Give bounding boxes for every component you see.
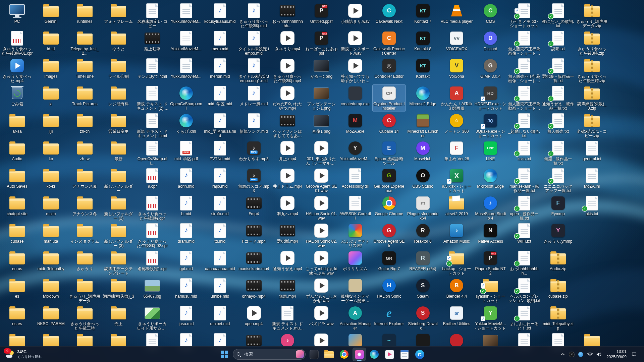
- desktop-icon[interactable]: KTKontakt 8: [407, 29, 439, 52]
- desktop-icon[interactable]: cubase.zip: [542, 277, 575, 299]
- desktop-icon[interactable]: ヘッドフォンはずしててもあがった.mp4: [271, 112, 304, 139]
- desktop-icon[interactable]: ✓無人販売不正行為画像 - ショートカッ...: [508, 29, 541, 57]
- desktop-icon[interactable]: 孤独なインディーゲーム開発者の一生...: [339, 277, 372, 304]
- desktop-icon[interactable]: 名称未設定1.cpr: [136, 249, 169, 272]
- taskbar-pink-voice-app-button[interactable]: [353, 348, 366, 361]
- desktop-icon[interactable]: OpenCvSharp.xml: [170, 84, 203, 112]
- desktop-icon[interactable]: airset2-2019: [440, 194, 473, 217]
- desktop-icon[interactable]: CCubase 14: [373, 112, 406, 134]
- desktop-icon[interactable]: Microsoft Edge: [474, 167, 507, 189]
- desktop-icon[interactable]: RReaktor 6: [407, 222, 439, 244]
- desktop-icon[interactable]: jijii: [35, 112, 67, 134]
- desktop-icon[interactable]: ♪新規ソング.mid: [237, 112, 270, 134]
- notification-center-button[interactable]: [631, 349, 637, 359]
- desktop-icon[interactable]: レジ袋有料: [102, 84, 135, 107]
- desktop-icon[interactable]: きゅうり食べった午後三時: [68, 304, 101, 331]
- desktop-icon[interactable]: YukkuriMovieM...: [170, 29, 203, 52]
- desktop-icon[interactable]: ずんだもん_しおかぜ.wav: [305, 277, 338, 304]
- desktop-icon[interactable]: きゅうり食べった午後3時.cpr: [136, 194, 169, 222]
- desktop-icon[interactable]: Mixdown: [35, 277, 67, 299]
- desktop-icon[interactable]: PNT2おーばーまにあ.ppsf: [305, 29, 338, 57]
- desktop-icon[interactable]: Y↗YukkuriMovieM... - ショートカット: [474, 304, 507, 331]
- desktop-icon[interactable]: きゅうり食べった.mp4: [1, 57, 34, 84]
- desktop-icon[interactable]: RREAPER (x64): [407, 249, 439, 272]
- desktop-icon[interactable]: ✓open - 親作品一覧.txt: [508, 194, 541, 222]
- taskbar-clock[interactable]: 13:01 2025/09/09: [605, 348, 628, 360]
- desktop-icon[interactable]: LINELINE: [474, 139, 507, 162]
- desktop-icon[interactable]: ♪gpt.mid: [170, 249, 203, 272]
- desktop-icon[interactable]: GRGuitar Rig 7: [373, 249, 406, 272]
- desktop-icon[interactable]: 名称未設定1 - コピー: [136, 2, 169, 29]
- desktop-icon[interactable]: ♪mero.mid: [204, 29, 236, 52]
- desktop-icon[interactable]: ✓通知うぜえ - 親作品一覧.txt: [542, 84, 575, 112]
- desktop-icon[interactable]: おっhhhhhhhhhhhh...: [271, 2, 304, 29]
- desktop-icon[interactable]: PNT2Untitled.ppsf: [305, 2, 338, 24]
- desktop-icon[interactable]: createdump.exe: [339, 84, 372, 107]
- desktop-icon[interactable]: きゅうりボーカロイド用サムネ.jpg: [136, 304, 169, 331]
- desktop-icon[interactable]: きゅうり.mp4: [271, 29, 304, 52]
- tray-app-blue[interactable]: [578, 349, 584, 359]
- desktop-icon[interactable]: es-es: [1, 304, 34, 327]
- desktop-icon[interactable]: ♪uaaaaaaaaa.mid: [204, 249, 236, 272]
- desktop-icon[interactable]: MMuseHub: [407, 139, 439, 162]
- desktop-icon[interactable]: SSteam: [407, 277, 439, 299]
- desktop-icon[interactable]: chatgpt-site: [1, 194, 34, 217]
- volume-indicator[interactable]: [596, 349, 602, 359]
- desktop-icon[interactable]: ✓無人販売不正行為画像 - ショートカット: [508, 57, 541, 84]
- desktop-icon[interactable]: midi_Telepathy: [35, 249, 67, 272]
- desktop-icon[interactable]: ♪umibet.mid: [204, 304, 236, 327]
- weather-widget[interactable]: 9 34°C くもり時々晴れ: [3, 347, 45, 362]
- desktop-icon[interactable]: 新規 テキスト ドキュメント.musicxml: [271, 304, 304, 331]
- desktop-icon[interactable]: ✓おっhhhhhhhhhh...: [508, 249, 541, 277]
- desktop-icon[interactable]: X↗9.5.xlsx - ショートカット: [440, 167, 473, 194]
- desktop-icon[interactable]: zh-cn: [68, 112, 101, 134]
- desktop-icon[interactable]: テンポあて.html: [136, 57, 169, 79]
- desktop-icon[interactable]: Fコード.mp4: [237, 222, 270, 244]
- desktop-icon[interactable]: 調声用データテンプレート: [102, 249, 135, 277]
- desktop-icon[interactable]: PDFmid_学区.pdf: [170, 139, 203, 162]
- desktop-icon[interactable]: NNative Access: [474, 222, 507, 244]
- desktop-icon[interactable]: malib: [35, 194, 67, 217]
- desktop-icon[interactable]: 新しいフォルダー: [102, 167, 135, 194]
- desktop[interactable]: PCきゅうり食べった午後3時-01.cprきゅうり食べった.mp4ごみ箱ar-s…: [0, 0, 644, 362]
- desktop-icon[interactable]: 路上駐車: [136, 29, 169, 52]
- desktop-icon[interactable]: brBrother Utilities: [440, 304, 473, 327]
- network-indicator[interactable]: [587, 349, 593, 359]
- desktop-icon[interactable]: MMoZA.exe: [339, 112, 372, 134]
- desktop-icon[interactable]: きゅうり: [68, 249, 101, 272]
- desktop-icon[interactable]: Audio.zip: [542, 249, 575, 272]
- desktop-icon[interactable]: CCakewalk Next: [373, 2, 406, 24]
- desktop-icon[interactable]: 営業日変更: [102, 112, 135, 134]
- desktop-icon[interactable]: GGIMP 3.0.4: [474, 57, 507, 79]
- desktop-icon[interactable]: ♪PVTNd.mid: [204, 139, 236, 162]
- taskbar-notepad-button[interactable]: [398, 348, 411, 361]
- desktop-icon[interactable]: 001_東北きりたん（ノーマル）_今じゃ...: [305, 139, 338, 167]
- desktop-icon[interactable]: きゅうり食べった午後3時-02.cpr: [136, 222, 169, 249]
- desktop-icon[interactable]: インスタグラム: [68, 222, 101, 244]
- desktop-icon[interactable]: きゅうり食べった午後3時-01.cpr: [1, 29, 34, 57]
- desktop-icon[interactable]: midi_Telepathy.zip: [542, 304, 575, 331]
- desktop-icon[interactable]: NKSC_PARAM: [35, 304, 67, 327]
- desktop-icon[interactable]: ✓選択肢 - 親作品一覧.txt: [542, 57, 575, 84]
- desktop-icon[interactable]: こってmhdすおfdsbらぷあ.wav: [305, 249, 338, 277]
- desktop-icon[interactable]: ✓無題 - 親作品一覧.txt: [542, 139, 575, 167]
- desktop-icon[interactable]: KTKontakt: [407, 57, 439, 79]
- desktop-icon[interactable]: ko-kr: [35, 167, 67, 189]
- taskbar-blue-c-app-button[interactable]: C: [413, 348, 426, 361]
- desktop-icon[interactable]: ko: [35, 139, 67, 162]
- desktop-icon[interactable]: VLC media player: [440, 2, 473, 24]
- desktop-icon[interactable]: Images: [35, 57, 67, 79]
- desktop-icon[interactable]: YYukkuriMovieM...: [339, 139, 372, 162]
- desktop-icon[interactable]: アナウンス冬: [68, 194, 101, 217]
- desktop-icon[interactable]: YukkuriMovieM...: [170, 57, 203, 79]
- desktop-icon[interactable]: ✓無人販売.txt: [542, 112, 575, 134]
- desktop-icon[interactable]: ♪MP3わかりやす.mp3: [237, 139, 270, 162]
- hidden-icons-chevron[interactable]: [560, 349, 566, 359]
- desktop-icon[interactable]: かるーc.png: [305, 57, 338, 79]
- desktop-icon[interactable]: ohhayo-.mp4: [237, 277, 270, 299]
- desktop-icon[interactable]: CCMS: [474, 2, 507, 24]
- desktop-icon[interactable]: 新しいフォルダー (3): [102, 222, 135, 249]
- desktop-icon[interactable]: ♪タイトル未設定.tempo.mid: [237, 29, 270, 57]
- desktop-icon[interactable]: ♪きゅうり食べった午後3時.mid: [237, 2, 270, 29]
- desktop-icon[interactable]: ♪td.mid: [204, 222, 236, 244]
